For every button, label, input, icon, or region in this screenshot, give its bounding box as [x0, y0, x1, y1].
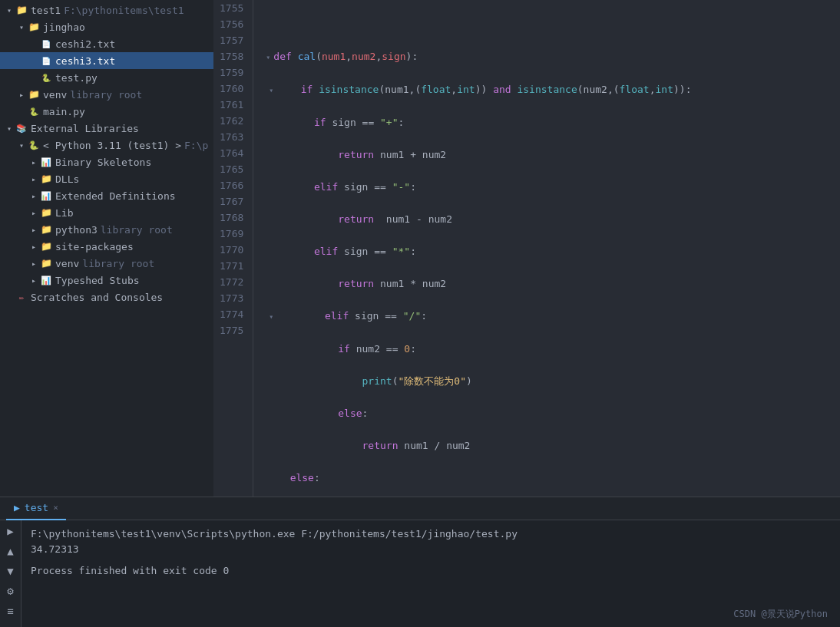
sidebar-item-scratches[interactable]: ✏️ Scratches and Consoles	[0, 289, 213, 305]
folder-icon: 📁	[40, 206, 52, 219]
arrow-test1	[3, 4, 15, 16]
path-test1: F:\pythonitems\test1	[64, 5, 184, 16]
sidebar-item-ceshi3[interactable]: 📄 ceshi3.txt	[0, 52, 213, 69]
sidebar-item-ceshi2[interactable]: 📄 ceshi2.txt	[0, 35, 213, 52]
panel-tabs: ▶ test ×	[0, 497, 840, 520]
suffix-venv: library root	[70, 89, 142, 101]
file-txt-icon: 📄	[40, 38, 52, 50]
label-test1: test1	[31, 5, 61, 16]
library-icon: 📊	[40, 190, 52, 202]
folder-icon: 📁	[40, 240, 52, 252]
main-area: 📁 test1 F:\pythonitems\test1 📁 jinghao 📄…	[0, 0, 840, 497]
arrow-empty	[28, 71, 40, 84]
settings-button[interactable]: ⚙	[3, 583, 18, 599]
arrow-typeshed	[28, 274, 40, 286]
label-jinghao: jinghao	[43, 21, 85, 33]
run-button[interactable]: ▶	[3, 523, 18, 539]
arrow-empty	[28, 54, 40, 67]
folder-icon: 📁	[40, 223, 52, 236]
library-icon: 📊	[40, 156, 52, 168]
sidebar-item-site-packages[interactable]: 📁 site-packages	[0, 238, 213, 255]
library-icon: 📊	[40, 274, 52, 286]
path-python311: F:\p	[184, 140, 208, 151]
arrow-empty	[3, 291, 15, 303]
arrow-empty	[28, 38, 40, 50]
label-mainpy: main.py	[43, 106, 85, 117]
label-testpy: test.py	[55, 72, 98, 84]
line-numbers: 1755 1756 1757 1758 1759 1760 1761 1762 …	[213, 0, 253, 497]
sidebar-item-python3[interactable]: 📁 python3 library root	[0, 221, 213, 238]
arrow-python3	[28, 223, 40, 236]
arrow-jinghao	[15, 21, 28, 33]
file-py-icon: 🐍	[40, 71, 52, 84]
label-python311: < Python 3.11 (test1) >	[43, 140, 181, 151]
arrow-binary	[28, 156, 40, 168]
label-venv: venv	[43, 89, 67, 101]
label-ceshi3: ceshi3.txt	[55, 55, 115, 67]
label-external: External Libraries	[31, 123, 139, 134]
panel-controls: ▶ ▲ ▼ ⚙ ≡	[0, 520, 21, 627]
label-site-packages: site-packages	[55, 241, 134, 252]
close-tab-button[interactable]: ×	[53, 503, 58, 513]
exit-message: Process finished with exit code 0	[31, 563, 831, 579]
bottom-panel: ▶ test × ▶ ▲ ▼ ⚙ ≡ F:\pythonitems\test1\…	[0, 497, 840, 627]
label-extended-definitions: Extended Definitions	[55, 190, 176, 202]
panel-content: ▶ ▲ ▼ ⚙ ≡ F:\pythonitems\test1\venv\Scri…	[0, 520, 840, 627]
label-python3: python3	[55, 224, 98, 236]
label-scratches: Scratches and Consoles	[31, 292, 163, 303]
run-result: 34.72313	[31, 542, 831, 557]
label-dlls: DLLs	[55, 173, 79, 185]
scratch-icon: ✏️	[15, 291, 28, 303]
label-venv2: venv	[55, 258, 79, 269]
folder-icon: 📁	[28, 21, 40, 33]
sidebar-item-binary-skeletons[interactable]: 📊 Binary Skeletons	[0, 153, 213, 170]
sidebar-item-extended-definitions[interactable]: 📊 Extended Definitions	[0, 187, 213, 204]
suffix-python3: library root	[101, 224, 173, 236]
sidebar-item-lib[interactable]: 📁 Lib	[0, 204, 213, 221]
sidebar-item-python311[interactable]: 🐍 < Python 3.11 (test1) > F:\p	[0, 137, 213, 153]
label-binary-skeletons: Binary Skeletons	[55, 157, 151, 168]
suffix-venv2: library root	[82, 258, 154, 269]
editor-area: 1755 1756 1757 1758 1759 1760 1761 1762 …	[213, 0, 840, 497]
run-output: F:\pythonitems\test1\venv\Scripts\python…	[21, 520, 840, 627]
folder-icon: 📁	[40, 173, 52, 185]
sidebar-item-testpy[interactable]: 🐍 test.py	[0, 69, 213, 86]
arrow-extended	[28, 190, 40, 202]
code-container[interactable]: 1755 1756 1757 1758 1759 1760 1761 1762 …	[213, 0, 840, 497]
code-content: ▾def cal(num1,num2,sign): ▾ if isinstanc…	[253, 0, 840, 497]
sidebar-item-test1[interactable]: 📁 test1 F:\pythonitems\test1	[0, 2, 213, 18]
scroll-up-button[interactable]: ▲	[3, 543, 18, 559]
python-icon: 🐍	[28, 139, 40, 151]
folder-icon: 📁	[15, 4, 28, 16]
label-lib: Lib	[55, 207, 73, 219]
label-ceshi2: ceshi2.txt	[55, 38, 115, 50]
arrow-venv2	[28, 257, 40, 269]
folder-icon: 📁	[28, 88, 40, 101]
sidebar-item-dlls[interactable]: 📁 DLLs	[0, 170, 213, 187]
arrow-empty	[15, 105, 28, 117]
library-icon: 📚	[15, 122, 28, 134]
sidebar-item-venv2[interactable]: 📁 venv library root	[0, 255, 213, 272]
arrow-lib	[28, 206, 40, 219]
run-tab[interactable]: ▶ test ×	[6, 497, 66, 520]
sort-button[interactable]: ≡	[3, 603, 18, 619]
arrow-site	[28, 240, 40, 252]
arrow-dlls	[28, 173, 40, 185]
sidebar: 📁 test1 F:\pythonitems\test1 📁 jinghao 📄…	[0, 0, 213, 497]
sidebar-item-jinghao[interactable]: 📁 jinghao	[0, 18, 213, 35]
sidebar-item-external-libraries[interactable]: 📚 External Libraries	[0, 120, 213, 137]
file-txt-icon: 📄	[40, 54, 52, 67]
sidebar-item-venv[interactable]: 📁 venv library root	[0, 86, 213, 103]
file-py-icon: 🐍	[28, 105, 40, 117]
arrow-python311	[15, 139, 28, 151]
scroll-down-button[interactable]: ▼	[3, 563, 18, 579]
arrow-external	[3, 122, 15, 134]
run-tab-label: test	[25, 502, 48, 513]
folder-icon: 📁	[40, 257, 52, 269]
arrow-venv	[15, 88, 28, 101]
label-typeshed: Typeshed Stubs	[55, 275, 140, 286]
run-command: F:\pythonitems\test1\venv\Scripts\python…	[31, 526, 831, 542]
sidebar-item-mainpy[interactable]: 🐍 main.py	[0, 103, 213, 120]
sidebar-item-typeshed[interactable]: 📊 Typeshed Stubs	[0, 272, 213, 289]
